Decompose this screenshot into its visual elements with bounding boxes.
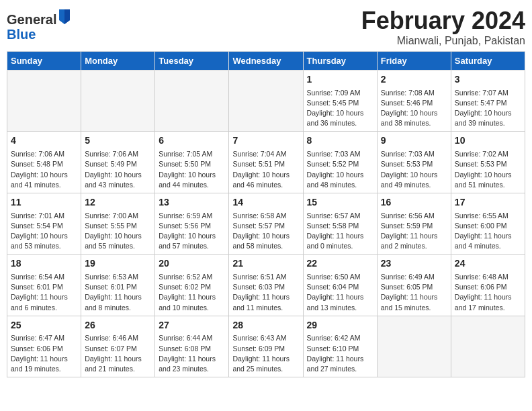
day-info: Sunrise: 6:49 AMSunset: 6:05 PMDaylight:… <box>381 272 447 313</box>
day-info: Sunrise: 7:03 AMSunset: 5:53 PMDaylight:… <box>381 149 447 190</box>
day-number: 19 <box>85 257 151 271</box>
calendar-cell: 6Sunrise: 7:05 AMSunset: 5:50 PMDaylight… <box>155 132 229 193</box>
calendar-cell <box>377 316 451 377</box>
col-tuesday: Tuesday <box>155 52 229 71</box>
logo-blue-text: Blue <box>7 27 36 42</box>
calendar-cell <box>155 71 229 132</box>
calendar-cell: 10Sunrise: 7:02 AMSunset: 5:53 PMDayligh… <box>451 132 525 193</box>
logo: General Blue <box>7 11 71 42</box>
day-number: 5 <box>85 134 151 148</box>
day-number: 13 <box>159 196 225 210</box>
calendar-cell: 5Sunrise: 7:06 AMSunset: 5:49 PMDaylight… <box>81 132 155 193</box>
day-info: Sunrise: 6:58 AMSunset: 5:57 PMDaylight:… <box>232 211 299 252</box>
calendar-cell <box>229 71 303 132</box>
day-info: Sunrise: 7:00 AMSunset: 5:55 PMDaylight:… <box>85 211 151 252</box>
calendar-cell: 26Sunrise: 6:46 AMSunset: 6:07 PMDayligh… <box>81 316 155 377</box>
calendar-cell: 16Sunrise: 6:56 AMSunset: 5:59 PMDayligh… <box>377 193 451 254</box>
day-info: Sunrise: 6:59 AMSunset: 5:56 PMDaylight:… <box>159 211 225 252</box>
day-number: 22 <box>307 257 373 271</box>
calendar-cell: 8Sunrise: 7:03 AMSunset: 5:52 PMDaylight… <box>303 132 377 193</box>
day-number: 11 <box>11 196 77 210</box>
calendar-header-row: Sunday Monday Tuesday Wednesday Thursday… <box>7 52 525 71</box>
col-monday: Monday <box>81 52 155 71</box>
day-info: Sunrise: 7:07 AMSunset: 5:47 PMDaylight:… <box>455 88 521 129</box>
calendar-cell: 25Sunrise: 6:47 AMSunset: 6:06 PMDayligh… <box>7 316 81 377</box>
day-number: 7 <box>232 134 299 148</box>
day-info: Sunrise: 7:01 AMSunset: 5:54 PMDaylight:… <box>11 211 77 252</box>
day-number: 18 <box>11 257 77 271</box>
calendar-week-1: 1Sunrise: 7:09 AMSunset: 5:45 PMDaylight… <box>7 71 525 132</box>
calendar-week-4: 18Sunrise: 6:54 AMSunset: 6:01 PMDayligh… <box>7 255 525 316</box>
day-number: 25 <box>11 319 77 332</box>
day-info: Sunrise: 7:08 AMSunset: 5:46 PMDaylight:… <box>381 88 447 129</box>
calendar-cell <box>451 316 525 377</box>
day-number: 14 <box>232 196 299 210</box>
calendar-cell: 9Sunrise: 7:03 AMSunset: 5:53 PMDaylight… <box>377 132 451 193</box>
day-info: Sunrise: 6:51 AMSunset: 6:03 PMDaylight:… <box>232 272 299 313</box>
day-number: 15 <box>307 196 373 210</box>
day-info: Sunrise: 7:03 AMSunset: 5:52 PMDaylight:… <box>307 149 373 190</box>
day-number: 8 <box>307 134 373 148</box>
calendar-table: Sunday Monday Tuesday Wednesday Thursday… <box>7 51 525 377</box>
day-info: Sunrise: 6:56 AMSunset: 5:59 PMDaylight:… <box>381 211 447 252</box>
title-block: February 2024 Mianwali, Punjab, Pakistan <box>361 7 525 47</box>
calendar-cell: 2Sunrise: 7:08 AMSunset: 5:46 PMDaylight… <box>377 71 451 132</box>
calendar-week-5: 25Sunrise: 6:47 AMSunset: 6:06 PMDayligh… <box>7 316 525 377</box>
calendar-cell: 7Sunrise: 7:04 AMSunset: 5:51 PMDaylight… <box>229 132 303 193</box>
day-info: Sunrise: 7:06 AMSunset: 5:48 PMDaylight:… <box>11 149 77 190</box>
day-number: 21 <box>232 257 299 271</box>
day-info: Sunrise: 6:44 AMSunset: 6:08 PMDaylight:… <box>159 333 225 374</box>
calendar-cell: 24Sunrise: 6:48 AMSunset: 6:06 PMDayligh… <box>451 255 525 316</box>
calendar-cell: 11Sunrise: 7:01 AMSunset: 5:54 PMDayligh… <box>7 193 81 254</box>
day-number: 6 <box>159 134 225 148</box>
calendar-cell <box>81 71 155 132</box>
day-number: 2 <box>381 73 447 87</box>
svg-marker-1 <box>64 9 70 24</box>
day-number: 20 <box>159 257 225 271</box>
day-info: Sunrise: 7:05 AMSunset: 5:50 PMDaylight:… <box>159 149 225 190</box>
subtitle: Mianwali, Punjab, Pakistan <box>361 35 525 47</box>
calendar-cell: 4Sunrise: 7:06 AMSunset: 5:48 PMDaylight… <box>7 132 81 193</box>
col-wednesday: Wednesday <box>229 52 303 71</box>
calendar-cell: 14Sunrise: 6:58 AMSunset: 5:57 PMDayligh… <box>229 193 303 254</box>
day-number: 29 <box>307 319 373 332</box>
day-info: Sunrise: 6:46 AMSunset: 6:07 PMDaylight:… <box>85 333 151 374</box>
day-info: Sunrise: 6:48 AMSunset: 6:06 PMDaylight:… <box>455 272 521 313</box>
calendar-cell: 13Sunrise: 6:59 AMSunset: 5:56 PMDayligh… <box>155 193 229 254</box>
logo-general-text: General <box>7 12 56 27</box>
col-thursday: Thursday <box>303 52 377 71</box>
calendar-cell: 12Sunrise: 7:00 AMSunset: 5:55 PMDayligh… <box>81 193 155 254</box>
calendar-cell: 17Sunrise: 6:55 AMSunset: 6:00 PMDayligh… <box>451 193 525 254</box>
day-info: Sunrise: 6:43 AMSunset: 6:09 PMDaylight:… <box>232 333 299 374</box>
day-info: Sunrise: 7:06 AMSunset: 5:49 PMDaylight:… <box>85 149 151 190</box>
day-number: 17 <box>455 196 521 210</box>
calendar-week-3: 11Sunrise: 7:01 AMSunset: 5:54 PMDayligh… <box>7 193 525 254</box>
day-info: Sunrise: 6:57 AMSunset: 5:58 PMDaylight:… <box>307 211 373 252</box>
calendar-cell: 18Sunrise: 6:54 AMSunset: 6:01 PMDayligh… <box>7 255 81 316</box>
day-number: 3 <box>455 73 521 87</box>
day-info: Sunrise: 7:09 AMSunset: 5:45 PMDaylight:… <box>307 88 373 129</box>
col-friday: Friday <box>377 52 451 71</box>
calendar-cell: 20Sunrise: 6:52 AMSunset: 6:02 PMDayligh… <box>155 255 229 316</box>
day-number: 12 <box>85 196 151 210</box>
day-info: Sunrise: 6:42 AMSunset: 6:10 PMDaylight:… <box>307 333 373 374</box>
day-number: 26 <box>85 319 151 332</box>
day-info: Sunrise: 7:04 AMSunset: 5:51 PMDaylight:… <box>232 149 299 190</box>
day-info: Sunrise: 6:55 AMSunset: 6:00 PMDaylight:… <box>455 211 521 252</box>
day-number: 9 <box>381 134 447 148</box>
logo-icon <box>58 8 71 24</box>
calendar-cell: 3Sunrise: 7:07 AMSunset: 5:47 PMDaylight… <box>451 71 525 132</box>
day-info: Sunrise: 6:53 AMSunset: 6:01 PMDaylight:… <box>85 272 151 313</box>
calendar-cell: 21Sunrise: 6:51 AMSunset: 6:03 PMDayligh… <box>229 255 303 316</box>
day-number: 24 <box>455 257 521 271</box>
day-info: Sunrise: 6:50 AMSunset: 6:04 PMDaylight:… <box>307 272 373 313</box>
day-number: 16 <box>381 196 447 210</box>
calendar-cell: 29Sunrise: 6:42 AMSunset: 6:10 PMDayligh… <box>303 316 377 377</box>
day-info: Sunrise: 6:47 AMSunset: 6:06 PMDaylight:… <box>11 333 77 374</box>
day-number: 4 <box>11 134 77 148</box>
day-info: Sunrise: 6:52 AMSunset: 6:02 PMDaylight:… <box>159 272 225 313</box>
calendar-cell: 27Sunrise: 6:44 AMSunset: 6:08 PMDayligh… <box>155 316 229 377</box>
calendar-cell: 23Sunrise: 6:49 AMSunset: 6:05 PMDayligh… <box>377 255 451 316</box>
calendar-cell: 28Sunrise: 6:43 AMSunset: 6:09 PMDayligh… <box>229 316 303 377</box>
day-info: Sunrise: 6:54 AMSunset: 6:01 PMDaylight:… <box>11 272 77 313</box>
